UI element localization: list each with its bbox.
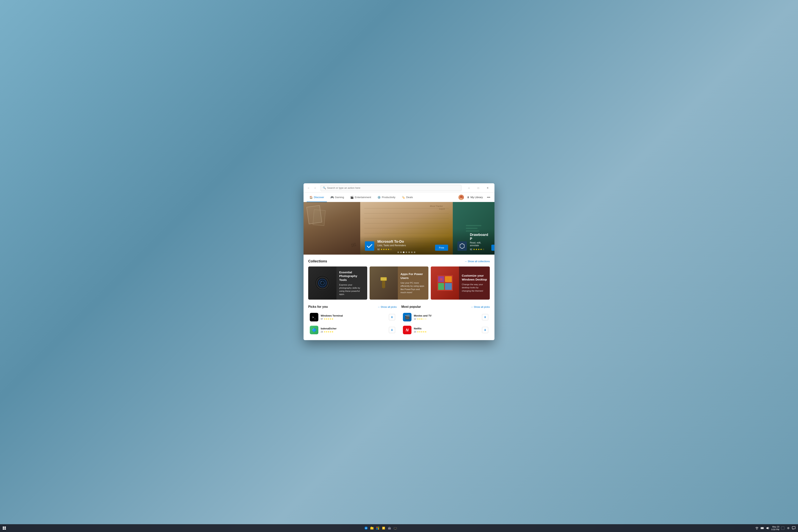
main-content: Collections → Show all collections <box>304 254 494 340</box>
list-item[interactable]: 🔷 balenaEtcher 23 ★★★★★ ⬇ <box>308 324 397 336</box>
popular-arrow-icon: → <box>471 305 473 308</box>
battery-icon[interactable] <box>760 526 764 530</box>
app-name-netflix: Netflix <box>414 327 480 330</box>
most-popular-list: 🎬 Movies and TV 12 ★★★☆☆ ⬇ <box>401 311 490 336</box>
my-library-button[interactable]: ⬇ My Library <box>467 196 483 199</box>
tab-deals-label: Deals <box>406 196 413 199</box>
balena-rating-num: 23 <box>321 330 323 333</box>
app-rating-terminal: 97 ★★★★★ <box>321 318 386 320</box>
terminal-download-button[interactable]: ⬇ <box>389 314 395 320</box>
svg-point-1 <box>459 198 463 200</box>
tab-productivity-label: Productivity <box>382 196 396 199</box>
date-label: May 20 <box>771 525 779 528</box>
svg-rect-41 <box>395 529 396 530</box>
tab-gaming[interactable]: 🎮 Gaming <box>328 193 347 202</box>
picks-for-you-column: Picks for you → Show all picks >_ Window… <box>308 305 397 336</box>
svg-rect-25 <box>4 528 6 530</box>
window-controls: ─ □ ✕ <box>464 185 492 191</box>
hero-rating-num: 92 <box>377 248 380 250</box>
show-all-collections-link[interactable]: → Show all collections <box>464 260 490 263</box>
svg-text:CANON EF: CANON EF <box>318 283 326 284</box>
taskbar-device-icon[interactable] <box>393 526 397 530</box>
settings-icon[interactable]: ⚙ <box>786 526 790 530</box>
tab-deals[interactable]: 🏷️ Deals <box>399 193 416 202</box>
carousel-dot-4[interactable] <box>406 251 407 253</box>
nav-tabs: 🏠 Discover 🎮 Gaming 🎬 Entertainment ⚙️ P… <box>304 193 494 202</box>
collection-card-photography[interactable]: CANON EF Essential Photography Tools Exp… <box>308 266 367 300</box>
app-name-movies: Movies and TV <box>414 314 480 317</box>
app-window: ← → 🔍 ─ □ ✕ 🏠 Discover 🎮 Gaming 🎬 Entert… <box>304 183 494 340</box>
wifi-icon[interactable] <box>755 526 759 530</box>
carousel-dot-3[interactable] <box>403 251 404 253</box>
carousel-dot-1[interactable] <box>397 251 399 253</box>
drawboard-get-button[interactable]: Free <box>491 245 494 251</box>
movies-icon: 🎬 <box>403 313 412 321</box>
show-all-popular-link[interactable]: → Show all picks <box>471 305 490 308</box>
carousel-dot-6[interactable] <box>411 251 413 253</box>
start-button[interactable] <box>2 526 6 530</box>
search-input[interactable] <box>327 186 459 189</box>
more-button[interactable]: ••• <box>486 195 491 200</box>
hero-get-button[interactable]: Free <box>435 245 448 251</box>
hero-app-title: Microsoft To-Do <box>377 240 432 244</box>
list-item[interactable]: >_ Windows Terminal 97 ★★★★★ ⬇ <box>308 311 397 323</box>
movies-download-button[interactable]: ⬇ <box>482 314 488 320</box>
picks-section: Picks for you → Show all picks >_ Window… <box>308 305 490 336</box>
close-button[interactable]: ✕ <box>483 185 492 191</box>
list-item[interactable]: 🎬 Movies and TV 12 ★★★☆☆ ⬇ <box>401 311 490 323</box>
list-item[interactable]: N Netflix 23 ★★★★★ ⬇ <box>401 324 490 336</box>
svg-rect-30 <box>378 527 379 528</box>
svg-rect-20 <box>440 278 442 281</box>
minimize-button[interactable]: ─ <box>464 185 473 191</box>
avatar[interactable] <box>458 195 464 200</box>
taskbar-notes-icon[interactable] <box>382 526 385 530</box>
tab-productivity[interactable]: ⚙️ Productivity <box>375 193 398 202</box>
download-icon: ⬇ <box>467 196 469 199</box>
svg-rect-24 <box>3 528 4 530</box>
maximize-button[interactable]: □ <box>474 185 483 191</box>
taskbar-briefcase-icon[interactable] <box>387 526 392 530</box>
picks-for-you-title: Picks for you <box>308 305 328 308</box>
app-rating-balena: 23 ★★★★★ <box>321 330 386 333</box>
tab-entertainment[interactable]: 🎬 Entertainment <box>347 193 374 202</box>
notification-icon[interactable] <box>781 526 785 530</box>
show-all-picks-link[interactable]: → Show all picks <box>377 305 397 308</box>
forward-button[interactable]: → <box>312 185 318 191</box>
svg-point-42 <box>757 529 757 530</box>
picks-arrow-icon: → <box>377 305 380 308</box>
svg-marker-46 <box>766 527 768 530</box>
power-thumb <box>369 266 398 300</box>
balena-icon: 🔷 <box>310 326 318 334</box>
netflix-stars: ★★★★★ <box>417 330 427 333</box>
chat-icon[interactable] <box>792 526 796 530</box>
app-meta-terminal: Windows Terminal 97 ★★★★★ <box>321 314 386 320</box>
taskbar-explorer-icon[interactable] <box>370 526 374 530</box>
balena-download-button[interactable]: ⬇ <box>389 327 395 333</box>
taskbar-right: May 20 9:59 PM ⚙ <box>755 525 796 531</box>
taskbar-left <box>2 526 6 530</box>
carousel-dot-2[interactable] <box>400 251 402 253</box>
back-button[interactable]: ← <box>306 185 311 191</box>
hero-stars: ★★★★☆ <box>380 248 392 251</box>
drawboard-overlay: Drawboard P Read, edit, annotate 92 ★★★★… <box>453 229 494 254</box>
speaker-icon[interactable] <box>766 526 770 530</box>
taskbar-edge-icon[interactable] <box>364 526 368 530</box>
app-rating-netflix: 23 ★★★★★ <box>414 330 480 333</box>
collections-grid: CANON EF Essential Photography Tools Exp… <box>308 266 490 300</box>
svg-rect-23 <box>4 527 6 528</box>
taskbar-store-icon[interactable] <box>376 526 380 530</box>
collection-card-customize[interactable]: Customize your Windows Desktop Change th… <box>431 266 490 300</box>
balena-stars: ★★★★★ <box>324 330 334 333</box>
colors-icon <box>437 275 453 291</box>
carousel-dot-5[interactable] <box>408 251 410 253</box>
picks-for-you-header: Picks for you → Show all picks <box>308 305 397 308</box>
hero-panel-center: Mood Tracker august Microsoft To-Do List… <box>360 202 453 254</box>
netflix-download-button[interactable]: ⬇ <box>482 327 488 333</box>
collections-section: Collections → Show all collections <box>308 259 490 300</box>
collection-card-power[interactable]: Apps For Power Users Use your PC more ef… <box>369 266 429 300</box>
photography-name: Essential Photography Tools <box>339 270 364 282</box>
carousel-dot-7[interactable] <box>414 251 415 253</box>
svg-rect-29 <box>376 527 378 528</box>
tab-discover-label: Discover <box>314 196 324 199</box>
tab-discover[interactable]: 🏠 Discover <box>307 193 327 202</box>
